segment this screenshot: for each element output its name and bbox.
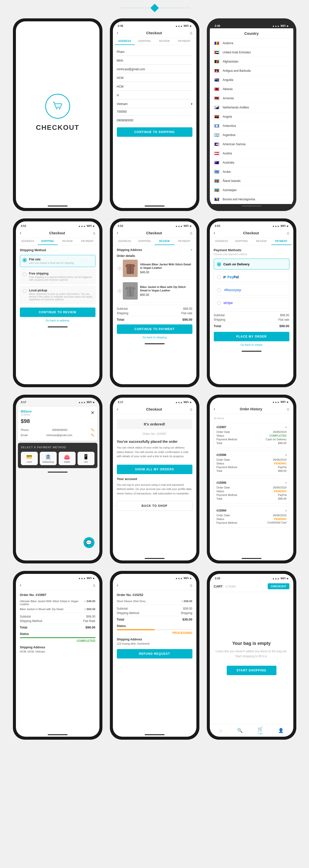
continue-to-shipping-button[interactable]: CONTINUE TO SHIPPING [117, 127, 192, 137]
start-shopping-button[interactable]: START SHOPPING [227, 666, 276, 675]
last-name-input[interactable] [117, 57, 192, 65]
tab-payment[interactable]: PAYMENT [272, 238, 291, 245]
tab-address[interactable]: ADDRESS [18, 238, 38, 245]
back-button[interactable]: ‹ [20, 230, 21, 236]
continue-to-review-button[interactable]: CONTINUE TO REVIEW [20, 308, 95, 317]
shipping-option-free[interactable]: Free shipping Free shipping is a special… [20, 269, 95, 284]
list-item[interactable]: 🇦🇹 Austria [210, 149, 293, 158]
back-to-shop-button[interactable]: BACK TO SHOP [117, 501, 192, 511]
payment-method-upi[interactable]: 📱 UPI [78, 452, 94, 465]
list-item[interactable]: 🇦🇷 Argentina [210, 130, 293, 140]
back-to-address-button[interactable]: Go back to address [20, 319, 95, 322]
list-item[interactable]: 🇧🇶 Netherlands Antilles [210, 103, 293, 112]
first-name-input[interactable] [117, 48, 192, 56]
country-select[interactable]: Vietnam ▾ [117, 100, 192, 108]
list-item[interactable]: 🇦🇿 Azerbaijan [210, 186, 293, 195]
order-card-15994[interactable]: #15994 › Order Date 26/06/2019 Status PE… [214, 506, 289, 528]
order-card-15997[interactable]: #15997 › Order Date 26/06/2019 Status CO… [214, 423, 289, 448]
back-button[interactable]: ‹ [117, 583, 118, 588]
shipping-option-flat[interactable]: Flat rate Let's you charge a fixed rate … [20, 255, 95, 267]
home-button[interactable]: ⌂ [190, 407, 192, 411]
email-input[interactable] [117, 65, 192, 73]
list-item[interactable]: 🇦🇱 Albania [210, 85, 293, 94]
back-button[interactable]: ‹ [117, 30, 118, 35]
nav-item-cart[interactable]: 🛒 Cart [257, 726, 263, 735]
list-item[interactable]: 🇦🇪 United Arab Emirates [210, 48, 293, 57]
list-item[interactable]: 🇦🇬 Antigua and Barbuda [210, 66, 293, 75]
shipping-option-pickup[interactable]: Local pickup Allow customers to pick up … [20, 286, 95, 304]
edit-link[interactable]: > [191, 248, 192, 252]
tab-review[interactable]: REVIEW [252, 238, 272, 245]
tab-payment[interactable]: PAYMENT [78, 238, 97, 245]
list-item[interactable]: 🇦🇩 Andorra [210, 39, 293, 48]
postal-input[interactable] [117, 108, 192, 116]
payment-method-wallet[interactable]: 👛 Wallet [59, 452, 76, 465]
country-name: Armenia [223, 97, 234, 100]
back-button[interactable]: ‹ [117, 230, 118, 236]
phone-input[interactable] [117, 117, 192, 124]
home-button[interactable]: ⌂ [93, 583, 95, 588]
zip-input[interactable] [117, 92, 192, 99]
state-input[interactable] [117, 83, 192, 91]
chat-fab[interactable]: 💬 [84, 537, 94, 548]
tab-review[interactable]: REVIEW [154, 38, 174, 45]
payment-method-netbanking[interactable]: 🏦 Netbanking [40, 452, 57, 465]
nav-item-profile[interactable]: 👤 [278, 728, 284, 733]
order-card-15996[interactable]: #15996 › Order Date 26/06/2019 Status PE… [214, 451, 289, 476]
country-list: 🇦🇩 Andorra 🇦🇪 United Arab Emirates 🇦🇫 Af… [210, 39, 293, 204]
home-button[interactable]: ⌂ [190, 31, 192, 35]
tab-shipping[interactable]: SHIPPING [135, 38, 154, 45]
tab-address[interactable]: ADDRESS [115, 238, 135, 245]
remove-item-button[interactable]: − [117, 288, 123, 294]
home-button[interactable]: ⌂ [190, 583, 192, 588]
list-item[interactable]: 🇦🇺 Australia [210, 158, 293, 167]
payment-cod[interactable]: Cash on Delivery [214, 259, 289, 270]
list-item[interactable]: 🇦🇫 Afghanistan [210, 57, 293, 66]
checkout-button[interactable]: CHECKOUT [268, 583, 289, 589]
close-button[interactable]: ✕ [91, 410, 94, 415]
tab-shipping[interactable]: SHIPPING [38, 238, 58, 245]
list-item[interactable]: 🇦🇴 Angola [210, 112, 293, 121]
nav-item-home[interactable]: ⌂ [219, 728, 222, 733]
tab-review[interactable]: REVIEW [58, 238, 78, 245]
back-button[interactable]: ‹ [117, 407, 118, 412]
back-button[interactable]: ‹ [20, 583, 21, 588]
tab-payment[interactable]: PAYMENT [174, 38, 194, 45]
list-item[interactable]: 🇦🇶 Antarctica [210, 121, 293, 130]
home-button[interactable]: ⌂ [287, 231, 289, 235]
tab-payment[interactable]: PAYMENT [174, 238, 194, 245]
payment-stripe[interactable]: stripe [214, 297, 289, 308]
back-button[interactable]: ‹ [214, 230, 215, 236]
list-item[interactable]: 🇦🇼 Aruba [210, 167, 293, 177]
home-button[interactable]: ⌂ [93, 231, 95, 235]
back-to-review-button[interactable]: Go back to review [214, 343, 289, 346]
place-order-button[interactable]: PLACE MY ORDER [214, 332, 289, 341]
home-button[interactable]: ⌂ [287, 407, 289, 411]
back-to-shipping-button[interactable]: Go back to shipping [117, 336, 192, 339]
tab-address[interactable]: ADDRESS [212, 238, 232, 245]
home-button[interactable]: ⌂ [190, 231, 192, 235]
show-all-orders-button[interactable]: SHOW ALL MY ORDERS [117, 465, 192, 474]
back-button[interactable]: ‹ [214, 406, 215, 411]
payment-paypal[interactable]: P PayPal [214, 272, 289, 282]
order-card-15995[interactable]: #15995 › Order Date 26/06/2019 Status PE… [214, 478, 289, 504]
list-item[interactable]: 🇧🇦 Bosnia and Herzegovina [210, 195, 293, 204]
list-item[interactable]: 🇦🇮 Anguilla [210, 75, 293, 85]
list-item[interactable]: 🇦🇸 American Samoa [210, 140, 293, 149]
city-input[interactable] [117, 74, 192, 82]
email-edit-icon[interactable]: ✏️ [91, 434, 94, 437]
payment-razorpay[interactable]: ⋄Razorpay [214, 284, 289, 296]
refund-request-button[interactable]: REFUND REQUEST [117, 649, 192, 658]
continue-to-payment-button[interactable]: CONTINUE TO PAYMENT [117, 324, 192, 334]
tab-shipping[interactable]: SHIPPING [135, 238, 154, 245]
tab-review[interactable]: REVIEW [154, 238, 174, 245]
phone-edit-icon[interactable]: ✏️ [91, 428, 94, 432]
remove-item-button[interactable]: − [117, 265, 123, 271]
list-item[interactable]: 🇦🇲 Armenia [210, 94, 293, 103]
nav-item-search[interactable]: 🔍 [237, 728, 243, 733]
list-item[interactable]: 🇦🇽 Åland Islands [210, 177, 293, 186]
payment-method-card[interactable]: 💳 Card [21, 452, 38, 465]
status-progress [117, 629, 192, 630]
tab-address[interactable]: ADDRESS [115, 38, 135, 45]
tab-shipping[interactable]: SHIPPING [232, 238, 252, 245]
